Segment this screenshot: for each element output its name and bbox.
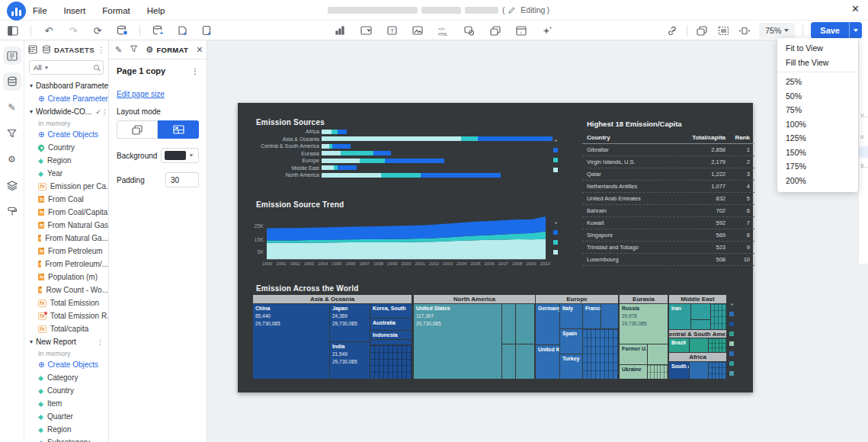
zoom-menu-item[interactable]: Fill the View (777, 56, 858, 70)
dataset-field[interactable]: From Natural Ga... (24, 232, 108, 245)
zoom-level-select[interactable]: 75% (759, 23, 795, 39)
dataset-field[interactable]: ◆Subcategory (24, 436, 108, 442)
add-page-icon[interactable]: + (175, 24, 189, 37)
rail-datasets-icon[interactable] (3, 72, 21, 91)
rank-table[interactable]: Highest 18 Emission/Capita CountryTotal/… (582, 120, 754, 266)
rail-theme-icon[interactable] (3, 202, 21, 220)
copy-style-icon[interactable] (695, 24, 709, 37)
dataset-field[interactable]: From Petroleum/... (24, 258, 108, 271)
link-icon[interactable] (665, 24, 679, 37)
edit-page-size-link[interactable]: Edit page size (117, 90, 165, 98)
rail-layers-icon[interactable] (3, 176, 21, 194)
datasets-menu-icon[interactable]: ⋮ (98, 46, 105, 54)
legend-collapse-icon[interactable]: ◄ (554, 221, 558, 225)
dataset-field[interactable]: From Coal (24, 193, 108, 206)
create-action[interactable]: ⊕Create Parameter (24, 92, 108, 105)
treemap-chart[interactable]: Asia & OceaniaChina85,44029,730,085Japan… (253, 295, 726, 379)
bar-chart[interactable]: AfricaAsia & OceaniaCentral & South Amer… (256, 128, 553, 179)
insert-shapes-icon[interactable] (463, 24, 476, 37)
sparkle-icon[interactable] (540, 24, 554, 37)
section-menu-icon[interactable]: ⋮ (101, 108, 108, 116)
dataset-field[interactable]: From Coal/Capita (24, 206, 108, 219)
zoom-menu-item[interactable]: 50% (777, 89, 858, 104)
layout-free-button[interactable] (117, 120, 158, 139)
zoom-menu-item[interactable]: 75% (777, 103, 858, 117)
dataset-field[interactable]: ◆Region (24, 154, 108, 167)
rail-filter-icon[interactable] (3, 124, 21, 143)
rail-edit-icon[interactable]: ✎ (3, 98, 21, 117)
rail-settings-icon[interactable]: ⚙ (3, 150, 21, 168)
dataset-field[interactable]: From Natural Gas (24, 219, 108, 232)
dataset-field[interactable]: fxTotal/capita (24, 322, 108, 335)
dataset-field[interactable]: Row Count - Wo... (24, 283, 108, 296)
insert-widget-icon[interactable] (359, 24, 373, 37)
zoom-menu-item[interactable]: 175% (777, 159, 858, 174)
dataset-field[interactable]: ◆Region (24, 423, 108, 436)
zoom-menu-item[interactable]: 100% (777, 117, 858, 132)
caret-down-icon[interactable]: ▾ (30, 338, 33, 345)
insert-text-icon[interactable]: T (385, 24, 399, 37)
tab-edit-icon[interactable]: ✎ (115, 45, 122, 55)
tab-filter-icon[interactable] (130, 45, 138, 54)
insert-image-icon[interactable] (411, 24, 424, 37)
search-icon[interactable] (94, 65, 99, 70)
zoom-menu-item[interactable]: 200% (777, 174, 858, 188)
legend-collapse-icon[interactable]: ◄ (730, 303, 734, 306)
menu-format[interactable]: Format (102, 6, 130, 15)
insert-chart-icon[interactable] (333, 24, 347, 37)
datasets-filter[interactable]: All (29, 60, 104, 75)
dataset-field[interactable]: ◆Item (24, 397, 108, 410)
menu-file[interactable]: File (33, 6, 47, 15)
dataset-field[interactable]: ◆Year (24, 167, 108, 180)
caret-down-icon[interactable]: ▾ (30, 108, 33, 115)
zoom-menu-item[interactable]: Fit to View (777, 41, 858, 56)
dataset-field[interactable]: ◆Country (24, 384, 108, 397)
refresh-icon[interactable]: ⟳ (91, 24, 104, 37)
legend-collapse-icon[interactable]: ◄ (554, 139, 558, 143)
dataset-field[interactable]: fxTotal Emission (24, 296, 108, 309)
dataset-field[interactable]: Population (m) (24, 271, 108, 283)
insert-infocard-icon[interactable]: i (514, 24, 528, 37)
zoom-menu-item[interactable]: 125% (777, 131, 858, 146)
dataset-field[interactable]: Country (24, 141, 108, 154)
save-button[interactable]: Save (811, 22, 849, 39)
close-button[interactable]: ✕ (851, 3, 860, 14)
dataset-field[interactable]: fxTotal Emission R... (24, 309, 108, 322)
design-canvas[interactable]: Emission Sources AfricaAsia & OceaniaCen… (207, 40, 868, 442)
padding-input[interactable]: 30 (165, 172, 199, 187)
menu-help[interactable]: Help (147, 6, 165, 15)
spacing-icon[interactable] (738, 24, 751, 37)
background-color-picker[interactable] (161, 148, 199, 163)
redo-icon[interactable]: ↷ (66, 24, 80, 37)
app-logo-icon[interactable] (7, 2, 26, 21)
tab-format[interactable]: ⚙FORMAT (146, 45, 188, 55)
dataset-section[interactable]: ▾Worldwide-CO...✓⋮ (24, 105, 108, 118)
panel-view-icon[interactable] (27, 44, 38, 55)
create-action[interactable]: ⊕Create Objects (24, 358, 108, 371)
menu-insert[interactable]: Insert (64, 6, 86, 15)
save-options-button[interactable] (849, 22, 862, 39)
dataset-field[interactable]: ◆Quarter (24, 410, 108, 423)
dataset-section[interactable]: ▾New Report⋮ (24, 335, 108, 348)
format-panel-close-icon[interactable]: ✕ (196, 45, 203, 55)
dashboard-page[interactable]: Emission Sources AfricaAsia & OceaniaCen… (238, 103, 753, 392)
dataset-field[interactable]: fxEmission per Ca... (24, 180, 108, 193)
zoom-menu-item[interactable]: 25% (777, 75, 858, 89)
zoom-menu-item[interactable]: 150% (777, 146, 858, 160)
database-settings-icon[interactable] (115, 24, 129, 37)
section-menu-icon[interactable]: ⋮ (97, 338, 104, 346)
dataset-field[interactable]: ◆Category (24, 371, 108, 384)
area-chart[interactable] (267, 213, 546, 259)
layout-grid-button[interactable] (158, 120, 199, 139)
insert-group-icon[interactable] (488, 24, 502, 37)
rail-report-list-icon[interactable] (3, 46, 21, 65)
add-dataset-icon[interactable]: + (151, 24, 165, 37)
sidebar-toggle-icon[interactable] (6, 24, 20, 37)
caret-down-icon[interactable]: ▾ (30, 82, 33, 89)
page-menu-icon[interactable]: ⋮ (191, 67, 199, 75)
dataset-field[interactable]: From Petroleum (24, 245, 108, 258)
undo-icon[interactable]: ↶ (42, 24, 56, 37)
create-action[interactable]: ⊕Create Objects (24, 128, 108, 141)
dataset-section[interactable]: ▾Dashboard Parameters (24, 79, 108, 92)
insert-html-icon[interactable]: </>HTML (437, 24, 450, 37)
